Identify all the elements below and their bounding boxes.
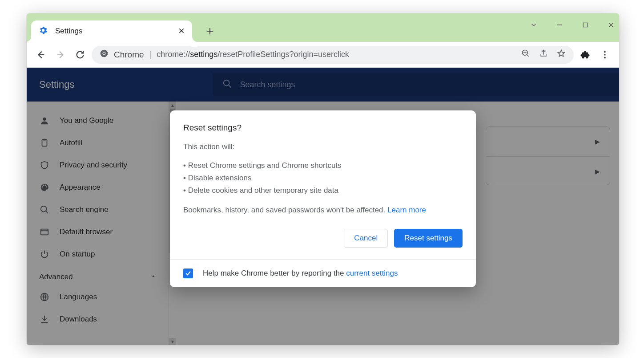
report-settings-checkbox[interactable] [183, 268, 193, 278]
close-window-button[interactable] [606, 20, 616, 30]
reset-settings-button[interactable]: Reset settings [394, 229, 463, 248]
new-tab-button[interactable] [201, 22, 219, 40]
tab-settings[interactable]: Settings [31, 20, 192, 42]
minimize-button[interactable] [554, 20, 565, 30]
chrome-logo-icon [100, 49, 109, 60]
browser-window: Settings Chrome | chrome://settings/r [27, 13, 619, 345]
reset-settings-dialog: Reset settings? This action will: • Rese… [170, 110, 476, 287]
gear-icon [38, 25, 48, 37]
kebab-menu-button[interactable] [597, 47, 613, 63]
url-origin-label: Chrome [114, 50, 144, 60]
dialog-title: Reset settings? [183, 123, 463, 133]
close-tab-button[interactable] [178, 26, 185, 37]
report-settings-label: Help make Chrome better by reporting the… [203, 269, 398, 278]
back-button[interactable] [33, 47, 49, 63]
modal-scrim[interactable]: Reset settings? This action will: • Rese… [27, 68, 619, 345]
chevron-down-icon[interactable] [528, 20, 539, 30]
dialog-intro: This action will: [183, 141, 463, 153]
content-area: Settings You and Google Autofill Privacy [27, 68, 619, 345]
dialog-footnote: Bookmarks, history, and saved passwords … [183, 204, 463, 216]
titlebar: Settings [27, 13, 619, 42]
address-bar[interactable]: Chrome | chrome://settings/resetProfileS… [92, 46, 574, 64]
share-icon[interactable] [539, 49, 548, 60]
toolbar: Chrome | chrome://settings/resetProfileS… [27, 42, 619, 68]
reload-button[interactable] [72, 47, 88, 63]
current-settings-link[interactable]: current settings [346, 269, 398, 277]
url-text: chrome://settings/resetProfileSettings?o… [157, 50, 349, 59]
cancel-button[interactable]: Cancel [344, 229, 388, 248]
svg-rect-0 [583, 23, 587, 27]
tab-title: Settings [55, 27, 171, 36]
extensions-button[interactable] [577, 47, 593, 63]
svg-point-3 [103, 53, 105, 55]
window-controls [528, 20, 616, 30]
svg-point-6 [604, 54, 606, 56]
dialog-bullets: • Reset Chrome settings and Chrome short… [183, 159, 463, 197]
svg-point-7 [604, 57, 606, 58]
dialog-footer: Help make Chrome better by reporting the… [170, 259, 476, 287]
forward-button[interactable] [52, 47, 68, 63]
url-separator: | [149, 50, 152, 59]
bookmark-star-icon[interactable] [557, 49, 566, 60]
svg-point-5 [604, 51, 606, 53]
zoom-out-icon[interactable] [521, 49, 530, 60]
learn-more-link[interactable]: Learn more [387, 206, 426, 214]
maximize-button[interactable] [580, 20, 591, 30]
